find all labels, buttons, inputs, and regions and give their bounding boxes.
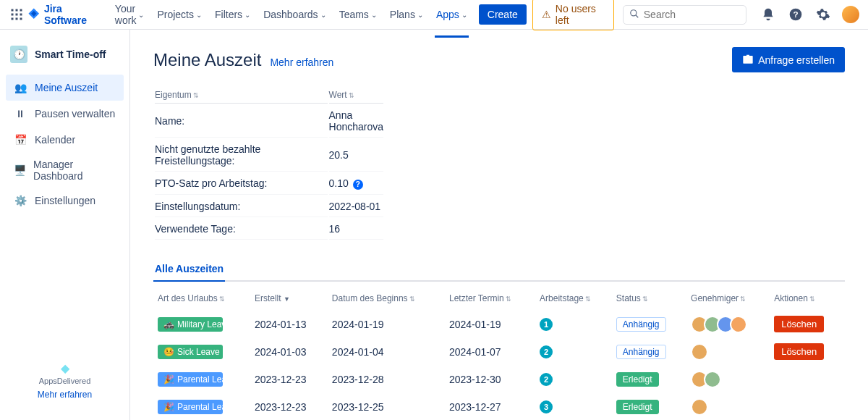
svg-rect-4 [15,14,17,16]
tabs-bar: Alle Auszeiten [153,257,845,282]
no-users-warning[interactable]: ⚠ No users left [532,0,614,30]
start-date: 2024-01-04 [328,338,445,366]
approver-avatar[interactable] [691,398,708,416]
chevron-down-icon: ⌄ [138,11,144,19]
delete-button[interactable]: Löschen [774,316,824,332]
start-date: 2023-12-25 [328,393,445,421]
end-date: 2024-01-19 [445,311,535,338]
property-row: PTO-Satz pro Arbeitstag:0.10? [155,173,383,195]
create-button[interactable]: Create [479,4,527,25]
search-input[interactable] [644,9,740,20]
approvers-stack [691,371,765,388]
status-badge: Anhängig [616,317,666,332]
leave-type-emoji: 🚓 [163,319,174,329]
property-key: Verwendete Tage: [155,219,328,240]
app-brand[interactable]: 🕐 Smart Time-off [6,41,124,67]
approver-avatar[interactable] [704,371,721,388]
column-header[interactable]: Datum des Beginns⇅ [328,286,445,311]
approver-avatar[interactable] [691,343,708,361]
property-key: Name: [155,105,328,138]
created-date: 2024-01-13 [250,311,328,338]
main-content: Meine Auszeit Mehr erfahren Anfrage erst… [130,30,868,420]
sidebar-footer-icon: ◆ [6,361,124,375]
help-icon[interactable]: ? [353,180,363,190]
app-brand-icon: 🕐 [10,46,27,63]
column-header[interactable]: Art des Urlaubs⇅ [153,286,250,311]
svg-rect-7 [15,18,17,20]
column-header[interactable]: Erstellt ▼ [250,286,328,311]
sidebar-item-kalender[interactable]: 📅Kalender [6,127,124,153]
nav-item-teams[interactable]: Teams ⌄ [333,0,383,30]
nav-item-plans[interactable]: Plans ⌄ [384,0,429,30]
settings-icon[interactable] [814,6,832,23]
status-badge: Erledigt [616,400,659,414]
created-date: 2023-12-23 [250,366,328,393]
leave-type-badge: 🤒Sick Leave [158,345,223,359]
help-icon[interactable]: ? [787,6,804,23]
search-icon [629,9,639,21]
sidebar-item-icon: 📅 [13,133,27,147]
leave-type-label: Parental Lea... [177,402,223,412]
svg-rect-0 [11,9,13,12]
properties-table: Eigentum⇅ Wert⇅ Name:Anna HoncharovaNich… [153,85,385,241]
nav-item-your-work[interactable]: Your work ⌄ [109,0,150,30]
status-badge: Erledigt [616,372,659,387]
sidebar-item-pausen-verwalten[interactable]: ⏸Pausen verwalten [6,101,124,127]
chevron-down-icon: ⌄ [196,11,202,19]
table-row: 🎉Parental Lea...2023-12-232023-12-282023… [153,366,845,393]
end-date: 2023-12-30 [445,366,535,393]
sidebar-footer: ◆ AppsDelivered Mehr erfahren [6,353,124,408]
create-request-button[interactable]: Anfrage erstellen [732,47,845,72]
sidebar-item-meine-auszeit[interactable]: 👥Meine Auszeit [6,75,124,101]
sidebar-item-manager-dashboard[interactable]: 🖥️Manager Dashboard [6,153,124,188]
end-date: 2023-12-27 [445,393,535,421]
svg-rect-5 [20,14,22,16]
column-header[interactable]: Status⇅ [612,286,686,311]
property-row: Einstellungsdatum:2022-08-01 [155,196,383,217]
nav-item-projects[interactable]: Projects ⌄ [151,0,208,30]
column-header[interactable]: Aktionen⇅ [770,286,845,311]
nav-item-apps[interactable]: Apps ⌄ [430,0,473,30]
learn-more-link[interactable]: Mehr erfahren [270,56,333,68]
leave-type-emoji: 🎉 [163,374,174,385]
props-key-header: Eigentum [155,90,192,100]
workdays-badge: 2 [540,345,553,358]
delete-button[interactable]: Löschen [774,343,824,360]
column-header[interactable]: Genehmiger⇅ [686,286,770,311]
svg-rect-1 [15,9,17,12]
property-value: 0.10? [329,173,383,195]
product-name: Jira Software [44,3,101,26]
sort-desc-icon: ▼ [284,295,290,303]
property-key: PTO-Satz pro Arbeitstag: [155,173,328,195]
chevron-down-icon: ⌄ [320,11,326,19]
end-date: 2024-01-07 [445,338,535,366]
app-switcher-icon[interactable] [9,6,24,23]
table-row: 🚓Military Leave2024-01-132024-01-192024-… [153,311,845,338]
no-users-label: No users left [556,3,605,26]
sidebar-item-icon: 👥 [13,80,27,95]
start-date: 2023-12-28 [328,366,445,393]
notifications-icon[interactable] [760,6,777,23]
workdays-badge: 2 [540,373,553,386]
sidebar-item-icon: ⏸ [13,106,27,121]
approver-avatar[interactable] [730,316,747,333]
sidebar-item-einstellungen[interactable]: ⚙️Einstellungen [6,188,124,214]
svg-text:?: ? [793,9,798,19]
search-box[interactable] [623,5,746,25]
status-badge: Anhängig [616,345,666,359]
approvers-stack [691,316,765,333]
profile-avatar[interactable] [842,6,859,23]
page-title: Meine Auszeit [153,50,261,70]
nav-item-dashboards[interactable]: Dashboards ⌄ [258,0,332,30]
column-header[interactable]: Arbeitstage⇅ [535,286,612,311]
sidebar-footer-learn-more[interactable]: Mehr erfahren [6,390,124,400]
chevron-down-icon: ⌄ [461,11,467,19]
workdays-badge: 1 [540,318,553,331]
leave-type-badge: 🚓Military Leave [158,317,223,332]
chevron-down-icon: ⌄ [371,11,377,19]
nav-item-filters[interactable]: Filters ⌄ [209,0,256,30]
column-header[interactable]: Letzter Termin⇅ [445,286,535,311]
tab-all-timeoff[interactable]: Alle Auszeiten [153,257,225,282]
jira-logo[interactable]: Jira Software [27,3,100,26]
sidebar-item-icon: 🖥️ [13,163,26,177]
